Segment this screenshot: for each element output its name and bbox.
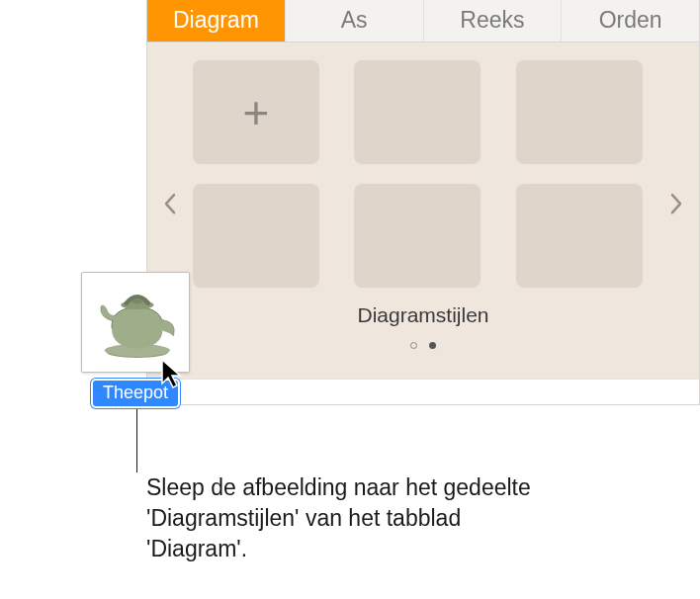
tab-diagram[interactable]: Diagram xyxy=(147,0,286,42)
page-indicator xyxy=(193,335,654,353)
style-cell[interactable] xyxy=(193,184,319,288)
page-dot-active[interactable] xyxy=(429,342,436,349)
style-cell[interactable] xyxy=(354,60,481,164)
inspector-panel: Diagram As Reeks Orden + Diagramstijlen xyxy=(146,0,700,405)
style-cell-add[interactable]: + xyxy=(193,60,319,164)
tab-bar: Diagram As Reeks Orden xyxy=(147,0,699,43)
teapot-icon xyxy=(90,281,181,364)
chevron-left-icon[interactable] xyxy=(157,185,183,227)
style-cell[interactable] xyxy=(354,184,481,288)
tab-reeks[interactable]: Reeks xyxy=(424,0,563,42)
callout-line xyxy=(136,409,137,472)
divider xyxy=(147,379,699,404)
tab-as[interactable]: As xyxy=(286,0,424,42)
plus-icon: + xyxy=(243,90,270,135)
chevron-right-icon[interactable] xyxy=(663,185,689,227)
tab-orden[interactable]: Orden xyxy=(562,0,699,42)
dragged-file[interactable]: Theepot xyxy=(77,272,194,406)
page-dot[interactable] xyxy=(410,342,417,349)
file-name-label: Theepot xyxy=(93,381,178,406)
callout-text: Sleep de afbeelding naar het gedeelte 'D… xyxy=(146,472,562,564)
style-grid: + xyxy=(193,60,654,288)
style-cell[interactable] xyxy=(516,60,643,164)
styles-section-label: Diagramstijlen xyxy=(193,303,654,327)
styles-area: + Diagramstijlen xyxy=(147,43,699,379)
style-cell[interactable] xyxy=(516,184,643,288)
file-thumbnail xyxy=(81,272,190,373)
svg-point-3 xyxy=(131,299,142,304)
